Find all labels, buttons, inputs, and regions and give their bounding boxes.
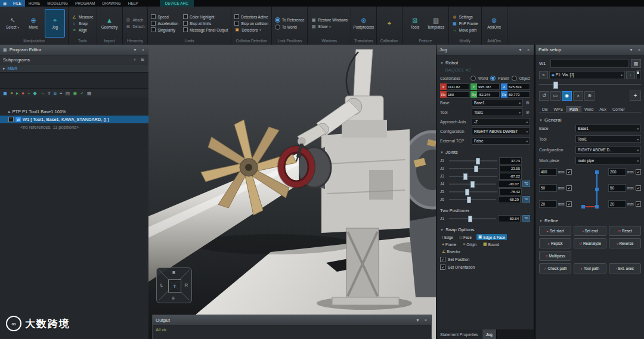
joint-j5-slider[interactable] [449,189,497,194]
reset-button[interactable]: ↺Reset [609,226,641,236]
program-toolbar-icon[interactable]: ◆ [33,91,37,96]
check-path-button[interactable]: ✓Check path [539,263,571,273]
previous-position-button[interactable]: « [539,71,548,79]
snap-bisector-button[interactable]: ∠Bisector [440,248,462,254]
statement-weld-selected[interactable]: − W W1 [ Tool1, Base1, KAWA_STANDARD, {}… [0,116,148,123]
program-toolbar-icon[interactable]: ▤ [66,91,70,96]
work-piece-dropdown[interactable]: main pipe▾ [575,157,641,164]
snap-origin-button[interactable]: ⌖Origin [461,241,478,247]
touchup-badge[interactable]: TO [522,215,530,222]
measure-button[interactable]: ∠Measure [72,15,94,20]
joint-j6-slider[interactable] [449,197,496,202]
menu-tab-drawing[interactable]: DRAWING [99,0,125,7]
program-toolbar-icon[interactable]: ● [21,91,24,96]
attach-button[interactable]: ⊞Attach [126,18,145,23]
tab-weld[interactable]: Weld [581,107,596,112]
program-toolbar-icon[interactable]: B [54,91,57,96]
view-top-button[interactable]: T [168,279,181,293]
pin-icon[interactable]: ▼ [414,318,421,322]
snap-button[interactable]: ⌗Snap [72,21,94,26]
view-front-button[interactable]: F [172,296,175,301]
base-gear-icon[interactable]: ⊛ [525,100,530,105]
view-left-button[interactable]: L [160,282,163,288]
checkbox-checked-icon[interactable]: ✓ [636,169,641,175]
tab-path[interactable]: Path [566,106,581,112]
templates-button[interactable]: ▥ Templates [426,10,445,37]
snap-options-section-header[interactable]: ▼Snap Options [440,227,530,232]
checkbox-checked-icon[interactable]: ✓ [636,201,641,207]
settings-button[interactable]: ⊛Settings [452,15,478,20]
x-position-field[interactable]: X1111.82 [440,83,469,90]
move-button[interactable]: ⊕ Move [24,10,43,37]
message-panel-output-checkbox[interactable]: Message Panel Output [183,27,228,32]
program-toolbar-icon[interactable]: ▣ [3,91,8,96]
approach-axis-dropdown[interactable]: -Z▾ [472,118,530,126]
pin-icon[interactable]: ▼ [132,48,138,52]
tab-aux[interactable]: Aux [596,107,609,112]
view-back-button[interactable]: B [172,270,175,275]
align-button[interactable]: ≡Align [72,28,94,32]
rx-field[interactable]: Rx180 [440,91,469,98]
jog-button[interactable]: ⌖ Jog [45,9,65,38]
base-dropdown[interactable]: Base1▾ [472,99,523,107]
program-toolbar-icon[interactable]: T [48,91,51,96]
select-button[interactable]: ↖ Select ▾ [3,10,22,37]
path-name-field[interactable] [550,60,629,68]
speed-slider[interactable] [636,70,641,79]
y-position-field[interactable]: Y995.787 [470,83,500,90]
refine-section-header[interactable]: ▼Refine [539,218,641,223]
pin-icon[interactable]: ▼ [628,48,634,52]
parent-radio[interactable] [490,76,496,81]
checkbox-checked-icon[interactable]: ✓ [566,201,572,207]
move-to-position-button[interactable]: ↓ [626,71,635,79]
tab-jog[interactable]: Jog [482,329,497,339]
add-subprogram-button[interactable]: + [132,58,137,62]
reanalyze-button[interactable]: ↺Reanalyze [574,238,606,248]
geometry-button[interactable]: ▲ Geometry [100,10,119,37]
close-icon[interactable]: × [423,318,428,322]
loop-icon[interactable]: ↺ [539,91,549,101]
joint-j4-slider[interactable] [449,181,496,186]
base-dropdown[interactable]: Base1▾ [575,125,641,132]
set-end-button[interactable]: ▪Set end [574,226,606,236]
joint-j6-value[interactable]: -68.29 [498,196,521,203]
program-toolbar-icon[interactable]: ◉ [73,91,77,96]
statement-references[interactable]: <no references, 11 positions> [0,123,148,131]
add-position-button[interactable]: + [630,91,641,101]
joint-j2-slider[interactable] [449,166,497,171]
stop-on-collision-checkbox[interactable]: Stop on collision [234,21,268,26]
stop-at-limits-checkbox[interactable]: Stop at limits [183,21,228,26]
menu-tab-home[interactable]: HOME [25,0,44,7]
rx-value[interactable]: 180 [447,91,469,98]
program-toolbar-icon[interactable]: ⌖ [11,91,14,97]
z-position-field[interactable]: Z625.874 [501,83,530,90]
configuration-dropdown[interactable]: RIGHTY ABOVE DWRIST▾ [472,127,530,135]
external-tcp-dropdown[interactable]: False▾ [472,137,530,145]
singularity-checkbox[interactable]: Singularity [151,27,178,32]
joints-section-header[interactable]: ▼Joints [440,150,530,155]
view-right-button[interactable]: R [185,282,188,288]
positioner-j1-slider[interactable] [449,216,496,221]
multipass-button[interactable]: ≡Multipass [539,251,571,261]
positioner-j1-value[interactable]: -50.64 [498,215,521,222]
tool-path-button[interactable]: ▸Tool path [574,263,606,273]
close-icon[interactable]: × [526,48,531,52]
checkbox-checked-icon[interactable]: ✓ [636,185,641,191]
position-scrub-slider[interactable] [539,82,641,88]
move-path-button[interactable]: →Move path [452,28,478,32]
headstock-machine[interactable] [321,129,410,233]
touchup-badge[interactable]: TO [522,196,530,203]
general-section-header[interactable]: ▼General [539,117,641,123]
program-toolbar-icon[interactable]: + [27,91,30,96]
robot-name[interactable]: BAQDEL #2 [445,67,530,73]
speed-checkbox[interactable]: Speed [151,14,178,19]
snap-edge-button[interactable]: /Edge [440,234,455,240]
color-highlight-checkbox[interactable]: Color Highlight [183,14,228,19]
y-position-value[interactable]: 995.787 [477,83,500,90]
detach-button[interactable]: ⊟Detach [126,24,145,29]
joint-j4-value[interactable]: -30.07 [498,181,521,188]
set-start-button[interactable]: ▸Set start [539,226,571,236]
close-icon[interactable]: × [141,48,145,52]
addons-button[interactable]: ⊗ AddOns [485,10,504,37]
tab-db[interactable]: DB [539,107,550,112]
